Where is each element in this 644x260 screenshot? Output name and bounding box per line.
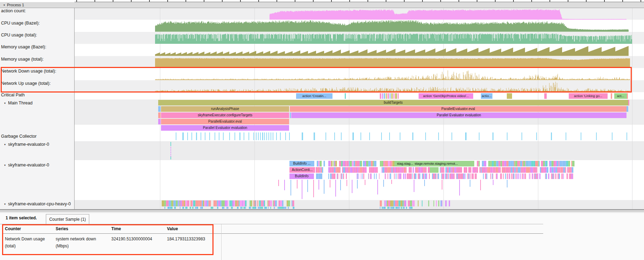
- selection-panel: 1 item selected. Counter Sample (1) Coun…: [0, 209, 644, 260]
- critical-path-slice[interactable]: [544, 93, 547, 99]
- critical-path-slice[interactable]: action 'Creatin...: [296, 93, 332, 99]
- track-label: Garbage Collector: [1, 134, 36, 139]
- sidebar-track-skyframe-evaluator-0[interactable]: ▾skyframe-evaluator-0: [0, 142, 74, 147]
- table-header-counter[interactable]: Counter: [5, 226, 21, 231]
- track-label: Critical Path: [1, 93, 24, 97]
- collapse-arrow-icon[interactable]: ▾: [4, 203, 6, 206]
- sidebar-track-action-count[interactable]: action count:: [0, 8, 74, 13]
- critical-path-slice[interactable]: [627, 93, 628, 99]
- sidebar-track-skyframe-evaluator-cpu-heavy-0[interactable]: ▾skyframe-evaluator-cpu-heavy-0: [0, 201, 74, 206]
- tab-counter-sample[interactable]: Counter Sample (1): [46, 214, 89, 224]
- sidebar-track-main-thread[interactable]: ▾Main Thread: [0, 101, 74, 105]
- sidebar-track-cpu-usage-bazel[interactable]: CPU usage (Bazel):: [0, 21, 74, 26]
- skyframe-slice[interactable]: ActionConti...: [289, 167, 315, 173]
- main-thread-slice[interactable]: [158, 119, 161, 124]
- main-thread-slice[interactable]: Parallel Evaluator evaluation: [291, 112, 626, 118]
- main-thread-slice[interactable]: [158, 112, 161, 118]
- critical-path-slice[interactable]: act...: [614, 93, 627, 99]
- track-label: skyframe-evaluator-0: [8, 163, 49, 167]
- process-header[interactable]: ▾ Process 1: [0, 2, 644, 8]
- main-thread-slice[interactable]: Parallel Evaluator evaluation: [161, 125, 289, 131]
- critical-path-slice[interactable]: [387, 93, 389, 99]
- sidebar-track-memory-usage-bazel[interactable]: Memory usage (Bazel):: [0, 45, 74, 49]
- track-label: Memory usage (Bazel):: [1, 45, 46, 49]
- track-label: Network Up usage (total):: [1, 81, 51, 86]
- track-label: skyframe-evaluator-0: [8, 142, 49, 147]
- table-header-time[interactable]: Time: [111, 226, 121, 231]
- table-right-edge: [221, 224, 222, 260]
- sidebar-track-skyframe-evaluator-0[interactable]: ▾skyframe-evaluator-0: [0, 163, 74, 167]
- skyframe-slice[interactable]: BuildInfo ...: [289, 161, 314, 166]
- track-sidebar: action count:CPU usage (Bazel):CPU usage…: [0, 8, 75, 209]
- table-cell: Network Down usage(total): [5, 235, 45, 249]
- table-cell: 184.1793113323983: [167, 235, 205, 242]
- main-thread-slice[interactable]: [158, 106, 161, 112]
- critical-path-slice[interactable]: [398, 93, 399, 99]
- sidebar-track-memory-usage-total[interactable]: Memory usage (total):: [0, 57, 74, 62]
- sidebar-track-network-up-usage-total[interactable]: Network Up usage (total):: [0, 81, 74, 86]
- critical-path-slice[interactable]: [380, 93, 381, 99]
- table-cell: system network down(Mbps): [56, 235, 96, 249]
- critical-path-slice[interactable]: action 'Linking go...: [569, 93, 608, 99]
- track-label: CPU usage (total):: [1, 33, 37, 37]
- collapse-arrow-icon[interactable]: ▾: [4, 102, 6, 105]
- critical-path-slice[interactable]: [384, 93, 385, 99]
- critical-path-slice[interactable]: [507, 93, 512, 99]
- sidebar-track-garbage-collector[interactable]: Garbage Collector: [0, 134, 74, 139]
- collapse-arrow-icon[interactable]: ▾: [4, 164, 6, 167]
- table-cell: 324190.51300000004: [111, 235, 152, 242]
- sidebar-track-cpu-usage-total[interactable]: CPU usage (total):: [0, 33, 74, 37]
- counter-sample-table: CounterSeriesTimeValue Network Down usag…: [0, 224, 644, 259]
- skyframe-stage-slice[interactable]: stag.stag...stage.remote.staging.remot..…: [396, 161, 474, 166]
- main-thread-slice[interactable]: buildTargets: [158, 100, 628, 105]
- critical-path-slice[interactable]: [611, 93, 612, 99]
- track-label: Network Down usage (total):: [1, 69, 56, 74]
- critical-path-slice[interactable]: action 'GenObjcProtos video/...: [419, 93, 473, 99]
- main-thread-slice[interactable]: skyframeExecutor.configureTargets: [161, 112, 289, 118]
- critical-path-slice[interactable]: [395, 93, 397, 99]
- main-thread-slice[interactable]: runAnalysisPhase: [161, 106, 289, 112]
- track-label: Main Thread: [8, 101, 33, 105]
- main-thread-slice[interactable]: [626, 106, 628, 112]
- track-label: action count:: [1, 8, 26, 13]
- critical-path-slice[interactable]: [390, 93, 391, 99]
- table-header-underline: [2, 233, 543, 234]
- sidebar-track-critical-path[interactable]: Critical Path: [0, 93, 74, 97]
- table-header-series[interactable]: Series: [56, 226, 68, 231]
- critical-path-slice[interactable]: [386, 93, 387, 99]
- critical-path-slice[interactable]: [393, 93, 394, 99]
- trace-viewer: ▾ Process 1 action count:CPU usage (Baze…: [0, 0, 644, 260]
- critical-path-slice[interactable]: actio...: [481, 93, 492, 99]
- sidebar-track-network-down-usage-total[interactable]: Network Down usage (total):: [0, 69, 74, 74]
- selection-summary: 1 item selected.: [6, 215, 37, 220]
- critical-path-slice[interactable]: [345, 93, 346, 99]
- track-label: skyframe-evaluator-cpu-heavy-0: [8, 201, 71, 206]
- main-thread-slice[interactable]: [628, 100, 629, 105]
- main-thread-slice[interactable]: ParallelEvaluator.eval: [161, 119, 289, 124]
- track-label: CPU usage (Bazel):: [1, 21, 40, 26]
- collapse-arrow-icon[interactable]: ▾: [4, 143, 6, 146]
- table-header-value[interactable]: Value: [167, 226, 178, 231]
- collapse-arrow-icon[interactable]: ▾: [4, 4, 5, 7]
- skyframe-slice[interactable]: BuildInfo: [289, 173, 314, 179]
- track-label: Memory usage (total):: [1, 57, 44, 62]
- process-label: Process 1: [7, 3, 24, 7]
- main-thread-slice[interactable]: ParallelEvaluator.eval: [290, 106, 626, 112]
- main-thread-slice[interactable]: [290, 112, 291, 118]
- stage-slice-label: stage.remote.staging.remot...: [414, 161, 458, 166]
- critical-path-slice[interactable]: [382, 93, 383, 99]
- panel-divider[interactable]: [0, 209, 644, 213]
- critical-path-slice[interactable]: [391, 93, 393, 99]
- stage-slice-label: stag.stag...: [397, 161, 413, 166]
